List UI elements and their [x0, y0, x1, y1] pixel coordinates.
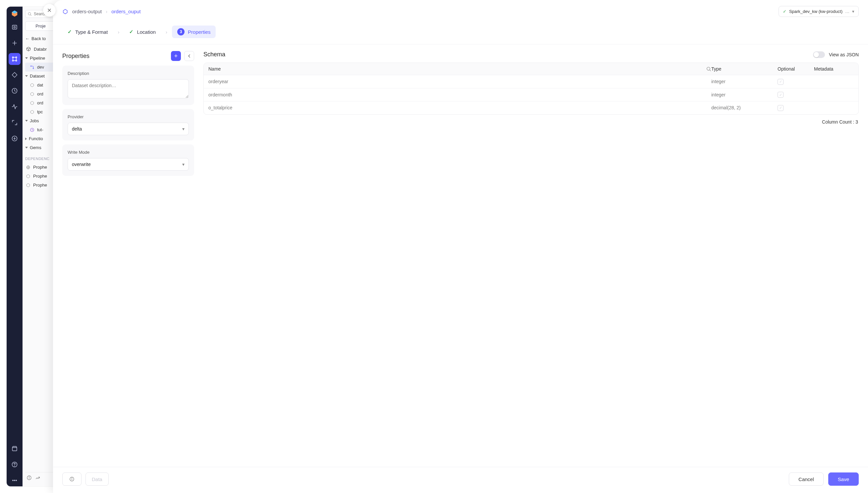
trend-icon[interactable] — [35, 475, 40, 480]
info-icon — [69, 476, 74, 482]
side-tut[interactable]: tut- — [25, 125, 56, 134]
rail-clock-icon[interactable] — [8, 85, 21, 97]
write-mode-label: Write Mode — [68, 150, 189, 155]
step-location[interactable]: ✓ Location — [124, 26, 161, 38]
optional-checkbox[interactable]: ✓ — [778, 79, 783, 85]
cube-icon — [26, 183, 30, 188]
schema-cell-type: integer — [711, 79, 778, 84]
hexagon-icon — [30, 101, 35, 105]
arrow-left-icon: ← — [25, 36, 29, 41]
schema-column: Schema View as JSON Name Type Optional M… — [203, 51, 859, 462]
breadcrumb-parent[interactable]: orders-output — [72, 8, 102, 14]
description-textarea[interactable] — [68, 79, 189, 99]
side-dev[interactable]: dev — [25, 63, 56, 71]
close-button[interactable] — [43, 4, 56, 17]
svg-marker-22 — [30, 83, 34, 87]
rail-activity-icon[interactable] — [8, 101, 21, 113]
svg-point-14 — [15, 466, 15, 466]
schema-header: Schema View as JSON — [203, 51, 859, 58]
provider-label: Provider — [68, 114, 189, 119]
properties-sheet: orders-output › orders_ouput ✓ Spark_dev… — [53, 0, 868, 493]
side-dep1[interactable]: Prophe — [25, 163, 56, 172]
svg-point-3 — [14, 26, 16, 28]
write-mode-select[interactable]: overwrite ▾ — [68, 158, 189, 171]
info-icon[interactable] — [26, 475, 32, 480]
side-datasets[interactable]: Dataset — [25, 71, 56, 81]
svg-line-35 — [710, 70, 711, 71]
step-number: 3 — [177, 28, 185, 36]
view-as-json-toggle[interactable]: View as JSON — [813, 51, 859, 58]
side-databricks[interactable]: Databr — [25, 44, 56, 54]
svg-rect-2 — [12, 25, 17, 29]
step-properties[interactable]: 3 Properties — [172, 25, 216, 38]
svg-marker-25 — [30, 110, 34, 114]
app-logo-icon — [11, 10, 18, 17]
rail-diamond-icon[interactable] — [8, 69, 21, 81]
side-dep3[interactable]: Prophe — [25, 180, 56, 190]
side-pipelines[interactable]: Pipeline — [25, 54, 56, 63]
breadcrumb-current[interactable]: orders_ouput — [111, 8, 140, 14]
side-jobs[interactable]: Jobs — [25, 116, 56, 125]
side-ord1[interactable]: ord — [25, 89, 56, 99]
svg-point-18 — [28, 13, 31, 15]
chevron-right-icon: › — [166, 29, 167, 35]
back-link[interactable]: ← Back to — [25, 36, 56, 41]
add-property-button[interactable]: + — [171, 51, 181, 61]
write-mode-card: Write Mode overwrite ▾ — [62, 145, 194, 176]
dependencies-title: DEPENDENC — [25, 157, 56, 161]
rail-more-icon[interactable] — [8, 474, 21, 486]
svg-marker-23 — [30, 92, 34, 96]
side-dat[interactable]: dat — [25, 81, 56, 89]
schema-cell-name: orderyear — [209, 79, 711, 84]
search-icon[interactable] — [706, 66, 711, 71]
toggle-switch[interactable] — [813, 51, 825, 58]
schema-row[interactable]: o_totalprice decimal(28, 2) ✓ — [204, 101, 859, 114]
sheet-footer: Data Cancel Save — [53, 467, 868, 493]
col-name-header: Name — [209, 66, 221, 71]
save-button[interactable]: Save — [828, 472, 859, 486]
side-functions[interactable]: Functio — [25, 134, 56, 143]
provider-select[interactable]: delta ▾ — [68, 123, 189, 135]
package-icon — [26, 165, 30, 170]
svg-line-19 — [30, 15, 31, 16]
schema-table-header: Name Type Optional Metadata — [204, 63, 859, 75]
project-pill[interactable]: Proje — [25, 21, 56, 31]
svg-marker-24 — [30, 101, 34, 105]
schema-cell-name: ordermonth — [209, 92, 711, 98]
schema-row[interactable]: ordermonth integer ✓ — [204, 88, 859, 102]
left-rail — [7, 7, 23, 486]
side-tpc[interactable]: tpc — [25, 107, 56, 116]
properties-column: Properties + Description Provider delta … — [62, 51, 194, 462]
svg-point-16 — [14, 480, 15, 481]
step-type-format[interactable]: ✓ Type & Format — [62, 26, 113, 38]
schema-row[interactable]: orderyear integer ✓ — [204, 75, 859, 88]
rail-plus-icon[interactable] — [8, 37, 21, 49]
side-gems[interactable]: Gems — [25, 143, 56, 152]
hexagon-icon — [30, 92, 35, 97]
col-metadata-header: Metadata — [814, 66, 854, 71]
chevron-left-icon — [187, 53, 192, 59]
rail-folder-icon[interactable] — [8, 21, 21, 33]
data-button: Data — [85, 472, 109, 486]
rail-expand-icon[interactable] — [8, 116, 21, 129]
properties-title: Properties — [62, 53, 89, 60]
rail-help-icon[interactable] — [8, 458, 21, 470]
optional-checkbox[interactable]: ✓ — [778, 105, 783, 111]
side-dep2[interactable]: Prophe — [25, 172, 56, 180]
cancel-button[interactable]: Cancel — [789, 472, 824, 486]
info-button[interactable] — [62, 472, 82, 486]
collapse-button[interactable] — [184, 51, 194, 61]
schema-table: Name Type Optional Metadata orderyear in… — [203, 63, 859, 115]
rail-store-icon[interactable] — [8, 443, 21, 454]
rail-pipeline-icon[interactable] — [8, 53, 21, 65]
environment-selector[interactable]: ✓ Spark_dev_kw (kw-product) … ▾ — [779, 6, 859, 17]
rail-download-icon[interactable] — [8, 132, 21, 145]
optional-checkbox[interactable]: ✓ — [778, 92, 783, 98]
svg-rect-12 — [12, 448, 17, 451]
column-count-label: Column Count : 3 — [203, 119, 859, 125]
chevron-right-icon: › — [106, 8, 107, 14]
schema-title: Schema — [203, 51, 225, 58]
hexagon-icon — [62, 8, 68, 15]
side-ord2[interactable]: ord — [25, 99, 56, 107]
ellipsis-icon: … — [845, 9, 849, 14]
